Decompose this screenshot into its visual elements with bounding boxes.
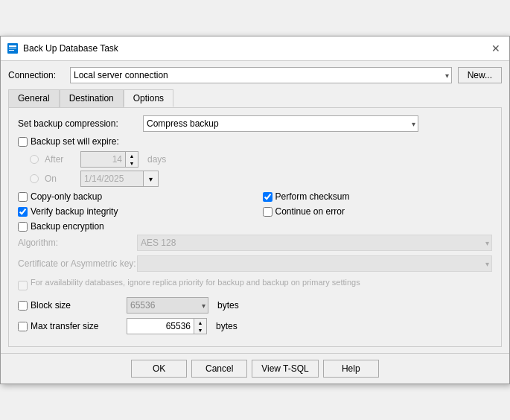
block-size-dropdown[interactable]: 65536 512 1024 2048 [127, 297, 208, 314]
perform-checksum-row: Perform checksum [263, 191, 493, 202]
window-icon [7, 42, 19, 54]
block-size-row: Block size 65536 512 1024 2048 bytes [18, 297, 492, 314]
continue-on-error-label[interactable]: Continue on error [263, 206, 345, 217]
footer: OK Cancel View T-SQL Help [1, 353, 509, 384]
svg-rect-1 [9, 45, 16, 47]
close-button[interactable]: ✕ [488, 41, 503, 56]
connection-dropdown-wrapper: Local server connection [70, 67, 452, 83]
copy-only-label[interactable]: Copy-only backup [18, 191, 102, 202]
cancel-button[interactable]: Cancel [191, 360, 247, 378]
connection-row: Connection: Local server connection New.… [8, 67, 502, 83]
block-size-label[interactable]: Block size [18, 300, 115, 311]
max-transfer-checkbox[interactable] [18, 322, 28, 331]
after-spinner-down[interactable]: ▼ [126, 159, 138, 167]
after-spinner-up[interactable]: ▲ [126, 152, 138, 159]
compression-dropdown-wrapper: Compress backup Do not compress backup U… [143, 115, 418, 132]
algorithm-row: Algorithm: AES 128 [18, 235, 492, 251]
algorithm-dropdown[interactable]: AES 128 [137, 235, 492, 251]
availability-row: For availability databases, ignore repli… [18, 278, 492, 293]
max-transfer-input[interactable] [127, 318, 194, 334]
certificate-dropdown[interactable] [137, 255, 492, 272]
block-size-checkbox[interactable] [18, 301, 28, 311]
backup-encryption-checkbox[interactable] [18, 222, 28, 232]
main-window: Back Up Database Task ✕ Connection: Loca… [0, 36, 510, 384]
max-transfer-row: Max transfer size ▲ ▼ bytes [18, 318, 492, 334]
after-spinner: ▲ ▼ [80, 151, 138, 168]
svg-rect-3 [9, 50, 14, 51]
certificate-dropdown-wrapper [137, 255, 492, 272]
backup-expire-label[interactable]: Backup set will expire: [18, 136, 119, 147]
after-label: After [45, 154, 74, 165]
block-size-unit: bytes [217, 300, 239, 311]
verify-integrity-row: Verify backup integrity [18, 206, 248, 217]
after-row: After ▲ ▼ days [30, 151, 492, 168]
continue-on-error-checkbox[interactable] [263, 207, 272, 217]
after-unit: days [147, 154, 166, 165]
compression-dropdown[interactable]: Compress backup Do not compress backup U… [143, 115, 418, 132]
tab-destination[interactable]: Destination [60, 89, 124, 107]
connection-dropdown[interactable]: Local server connection [70, 67, 452, 83]
new-button[interactable]: New... [458, 67, 502, 83]
content-area: Connection: Local server connection New.… [1, 61, 509, 353]
max-transfer-spinner-btns: ▲ ▼ [194, 318, 207, 334]
block-size-dropdown-wrapper: 65536 512 1024 2048 [127, 297, 208, 314]
after-spinner-btns: ▲ ▼ [125, 151, 138, 168]
max-transfer-spinner: ▲ ▼ [127, 318, 207, 334]
on-row: On ▾ [30, 171, 492, 187]
on-date-wrapper: ▾ [80, 171, 159, 187]
help-button[interactable]: Help [323, 360, 379, 378]
set-backup-compression-label: Set backup compression: [18, 118, 137, 129]
on-date-input[interactable] [80, 171, 144, 187]
window-title: Back Up Database Task [23, 43, 118, 54]
backup-expire-checkbox[interactable] [18, 137, 28, 147]
certificate-label: Certificate or Asymmetric key: [18, 258, 137, 269]
after-value-input[interactable] [80, 151, 125, 168]
copy-only-row: Copy-only backup [18, 191, 248, 202]
tab-options[interactable]: Options [124, 89, 173, 107]
availability-label[interactable]: For availability databases, ignore repli… [18, 278, 360, 293]
after-radio[interactable] [30, 155, 39, 164]
tabs-bar: General Destination Options [8, 89, 502, 107]
availability-checkbox[interactable] [18, 281, 28, 290]
backup-expire-row: Backup set will expire: [18, 136, 492, 147]
col-right: Perform checksum Continue on error [263, 191, 493, 232]
verify-integrity-checkbox[interactable] [18, 207, 28, 217]
on-label: On [45, 174, 74, 184]
ok-button[interactable]: OK [131, 360, 187, 378]
perform-checksum-label[interactable]: Perform checksum [263, 191, 350, 202]
on-date-picker-btn[interactable]: ▾ [144, 171, 159, 187]
connection-label: Connection: [8, 70, 64, 80]
tab-general[interactable]: General [8, 89, 60, 107]
certificate-row: Certificate or Asymmetric key: [18, 255, 492, 272]
verify-integrity-label[interactable]: Verify backup integrity [18, 206, 118, 217]
continue-on-error-row: Continue on error [263, 206, 493, 217]
col-left: Copy-only backup Verify backup integrity [18, 191, 248, 232]
svg-rect-2 [9, 48, 16, 48]
max-transfer-up[interactable]: ▲ [194, 319, 206, 326]
title-bar: Back Up Database Task ✕ [1, 36, 509, 61]
checkboxes-section: Copy-only backup Verify backup integrity [18, 191, 492, 232]
max-transfer-unit: bytes [216, 321, 238, 331]
max-transfer-label[interactable]: Max transfer size [18, 321, 115, 331]
max-transfer-down[interactable]: ▼ [194, 326, 206, 334]
on-radio[interactable] [30, 174, 39, 183]
perform-checksum-checkbox[interactable] [263, 192, 272, 202]
algorithm-dropdown-wrapper: AES 128 [137, 235, 492, 251]
algorithm-label: Algorithm: [18, 238, 137, 248]
copy-only-checkbox[interactable] [18, 192, 28, 202]
backup-encryption-row: Backup encryption [18, 221, 248, 232]
title-bar-left: Back Up Database Task [7, 42, 118, 54]
set-backup-compression-row: Set backup compression: Compress backup … [18, 115, 492, 132]
tab-content-options: Set backup compression: Compress backup … [8, 107, 502, 347]
view-tsql-button[interactable]: View T-SQL [252, 360, 319, 378]
backup-encryption-label[interactable]: Backup encryption [18, 221, 104, 232]
